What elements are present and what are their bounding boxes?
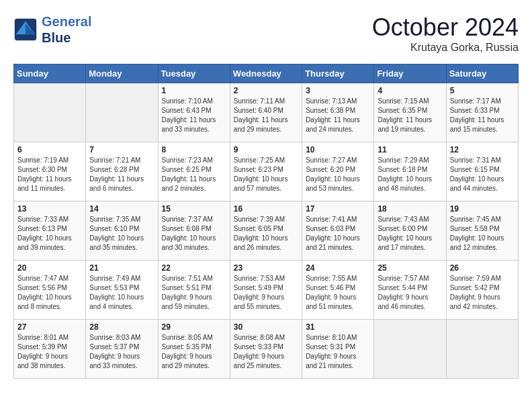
day-info: Sunrise: 8:01 AM Sunset: 5:39 PM Dayligh… [17,333,82,371]
calendar-cell: 11Sunrise: 7:29 AM Sunset: 6:18 PM Dayli… [374,142,446,201]
day-info: Sunrise: 7:43 AM Sunset: 6:00 PM Dayligh… [378,215,442,253]
day-number: 10 [306,145,370,154]
day-info: Sunrise: 7:49 AM Sunset: 5:53 PM Dayligh… [89,274,154,312]
day-info: Sunrise: 7:21 AM Sunset: 6:28 PM Dayligh… [89,156,154,193]
logo-icon [13,17,38,42]
day-info: Sunrise: 7:39 AM Sunset: 6:05 PM Dayligh… [234,215,298,253]
day-number: 11 [378,145,442,154]
day-number: 16 [234,204,298,214]
day-number: 3 [306,86,370,95]
day-info: Sunrise: 7:53 AM Sunset: 5:49 PM Dayligh… [234,274,298,312]
day-info: Sunrise: 7:15 AM Sunset: 6:35 PM Dayligh… [378,97,442,134]
day-number: 17 [306,204,370,214]
calendar-cell: 4Sunrise: 7:15 AM Sunset: 6:35 PM Daylig… [374,83,446,142]
day-number: 24 [306,263,370,273]
day-info: Sunrise: 7:59 AM Sunset: 5:42 PM Dayligh… [450,274,515,312]
day-info: Sunrise: 7:45 AM Sunset: 5:58 PM Dayligh… [450,215,515,253]
day-info: Sunrise: 7:35 AM Sunset: 6:10 PM Dayligh… [89,215,154,253]
calendar-cell: 14Sunrise: 7:35 AM Sunset: 6:10 PM Dayli… [86,201,158,261]
calendar-week-row: 1Sunrise: 7:10 AM Sunset: 6:43 PM Daylig… [14,83,519,142]
day-info: Sunrise: 7:41 AM Sunset: 6:03 PM Dayligh… [306,215,370,253]
day-info: Sunrise: 7:29 AM Sunset: 6:18 PM Dayligh… [378,156,442,193]
calendar-cell: 13Sunrise: 7:33 AM Sunset: 6:13 PM Dayli… [14,201,86,261]
day-number: 29 [162,322,226,332]
calendar-cell: 21Sunrise: 7:49 AM Sunset: 5:53 PM Dayli… [86,261,158,320]
calendar-cell: 5Sunrise: 7:17 AM Sunset: 6:33 PM Daylig… [446,83,518,142]
day-number: 28 [89,322,154,332]
calendar-week-row: 27Sunrise: 8:01 AM Sunset: 5:39 PM Dayli… [14,320,519,379]
calendar-cell: 17Sunrise: 7:41 AM Sunset: 6:03 PM Dayli… [302,201,374,261]
calendar-cell: 29Sunrise: 8:05 AM Sunset: 5:35 PM Dayli… [158,320,230,379]
calendar-cell: 10Sunrise: 7:27 AM Sunset: 6:20 PM Dayli… [302,142,374,201]
calendar-cell: 31Sunrise: 8:10 AM Sunset: 5:31 PM Dayli… [302,320,374,379]
day-number: 31 [306,322,370,332]
page-header: General Blue October 2024 Krutaya Gorka,… [13,13,519,54]
day-info: Sunrise: 7:25 AM Sunset: 6:23 PM Dayligh… [234,156,298,193]
calendar-cell: 24Sunrise: 7:55 AM Sunset: 5:46 PM Dayli… [302,261,374,320]
day-number: 6 [17,145,82,154]
calendar-cell [446,320,518,379]
day-info: Sunrise: 8:08 AM Sunset: 5:33 PM Dayligh… [234,333,298,371]
calendar-cell: 20Sunrise: 7:47 AM Sunset: 5:56 PM Dayli… [14,261,86,320]
day-info: Sunrise: 7:13 AM Sunset: 6:38 PM Dayligh… [306,97,370,134]
logo: General Blue [13,13,91,46]
month-title: October 2024 [372,13,519,42]
calendar-cell: 6Sunrise: 7:19 AM Sunset: 6:30 PM Daylig… [14,142,86,201]
day-number: 13 [17,204,82,214]
weekday-header-tuesday: Tuesday [158,64,230,83]
calendar-cell: 1Sunrise: 7:10 AM Sunset: 6:43 PM Daylig… [158,83,230,142]
title-block: October 2024 Krutaya Gorka, Russia [372,13,519,54]
calendar-cell: 8Sunrise: 7:23 AM Sunset: 6:25 PM Daylig… [158,142,230,201]
calendar-week-row: 13Sunrise: 7:33 AM Sunset: 6:13 PM Dayli… [14,201,519,261]
day-info: Sunrise: 7:55 AM Sunset: 5:46 PM Dayligh… [306,274,370,312]
day-info: Sunrise: 7:31 AM Sunset: 6:15 PM Dayligh… [450,156,515,193]
day-number: 12 [450,145,515,154]
calendar-cell: 18Sunrise: 7:43 AM Sunset: 6:00 PM Dayli… [374,201,446,261]
day-number: 9 [234,145,298,154]
calendar-cell: 28Sunrise: 8:03 AM Sunset: 5:37 PM Dayli… [86,320,158,379]
calendar-cell: 27Sunrise: 8:01 AM Sunset: 5:39 PM Dayli… [14,320,86,379]
day-number: 19 [450,204,515,214]
day-number: 4 [378,86,442,95]
day-info: Sunrise: 7:51 AM Sunset: 5:51 PM Dayligh… [162,274,226,312]
day-number: 5 [450,86,515,95]
day-info: Sunrise: 7:33 AM Sunset: 6:13 PM Dayligh… [17,215,82,253]
day-info: Sunrise: 8:05 AM Sunset: 5:35 PM Dayligh… [162,333,226,371]
weekday-header-wednesday: Wednesday [230,64,302,83]
calendar-cell [86,83,158,142]
calendar-cell: 15Sunrise: 7:37 AM Sunset: 6:08 PM Dayli… [158,201,230,261]
day-info: Sunrise: 7:11 AM Sunset: 6:40 PM Dayligh… [234,97,298,134]
day-info: Sunrise: 8:10 AM Sunset: 5:31 PM Dayligh… [306,333,370,371]
calendar-cell: 25Sunrise: 7:57 AM Sunset: 5:44 PM Dayli… [374,261,446,320]
calendar-cell: 12Sunrise: 7:31 AM Sunset: 6:15 PM Dayli… [446,142,518,201]
calendar-cell: 23Sunrise: 7:53 AM Sunset: 5:49 PM Dayli… [230,261,302,320]
calendar-cell: 26Sunrise: 7:59 AM Sunset: 5:42 PM Dayli… [446,261,518,320]
calendar-cell: 30Sunrise: 8:08 AM Sunset: 5:33 PM Dayli… [230,320,302,379]
location: Krutaya Gorka, Russia [372,42,519,54]
calendar-cell: 22Sunrise: 7:51 AM Sunset: 5:51 PM Dayli… [158,261,230,320]
day-info: Sunrise: 7:19 AM Sunset: 6:30 PM Dayligh… [17,156,82,193]
day-number: 27 [17,322,82,332]
day-info: Sunrise: 7:57 AM Sunset: 5:44 PM Dayligh… [378,274,442,312]
weekday-header-row: SundayMondayTuesdayWednesdayThursdayFrid… [14,64,519,83]
day-info: Sunrise: 7:27 AM Sunset: 6:20 PM Dayligh… [306,156,370,193]
calendar-cell: 2Sunrise: 7:11 AM Sunset: 6:40 PM Daylig… [230,83,302,142]
weekday-header-thursday: Thursday [302,64,374,83]
day-number: 15 [162,204,226,214]
calendar-week-row: 20Sunrise: 7:47 AM Sunset: 5:56 PM Dayli… [14,261,519,320]
day-number: 26 [450,263,515,273]
day-number: 21 [89,263,154,273]
logo-text: General Blue [42,13,91,46]
day-number: 30 [234,322,298,332]
day-number: 7 [89,145,154,154]
day-number: 22 [162,263,226,273]
calendar-week-row: 6Sunrise: 7:19 AM Sunset: 6:30 PM Daylig… [14,142,519,201]
day-number: 18 [378,204,442,214]
day-number: 8 [162,145,226,154]
calendar-cell [14,83,86,142]
calendar-cell: 9Sunrise: 7:25 AM Sunset: 6:23 PM Daylig… [230,142,302,201]
day-number: 20 [17,263,82,273]
calendar-table: SundayMondayTuesdayWednesdayThursdayFrid… [13,64,519,379]
day-number: 14 [89,204,154,214]
day-info: Sunrise: 7:10 AM Sunset: 6:43 PM Dayligh… [162,97,226,134]
